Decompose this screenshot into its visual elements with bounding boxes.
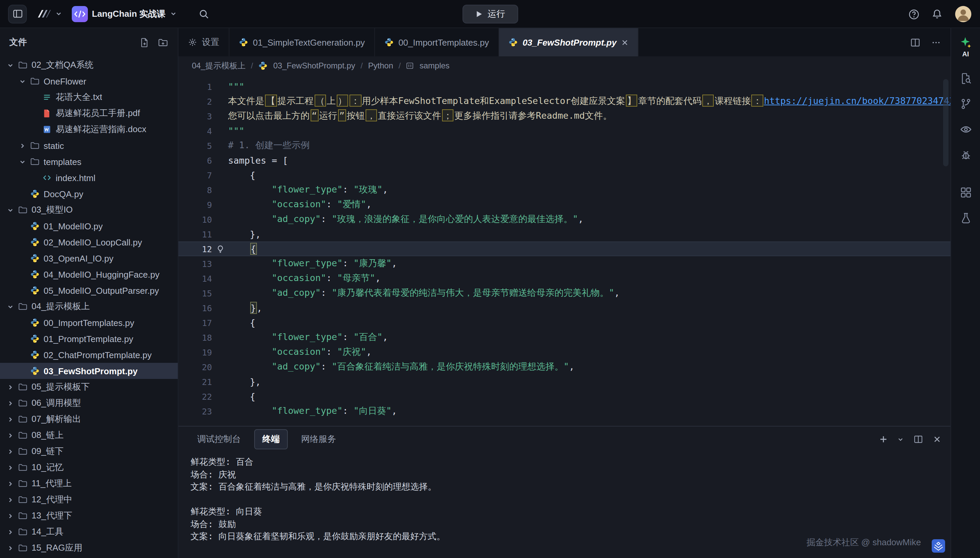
breadcrumb-item[interactable]: samples xyxy=(420,61,450,71)
juejin-badge-icon[interactable] xyxy=(932,539,945,553)
code-line[interactable]: 14 "occasion": "母亲节", xyxy=(179,271,950,286)
editor-tab[interactable]: 03_FewShotPrompt.py xyxy=(499,28,639,56)
breadcrumb-item[interactable]: 03_FewShotPrompt.py xyxy=(273,61,355,71)
code-line[interactable]: 3您可以点击最上方的“运行”按钮，直接运行该文件；更多操作指引请参考Readme… xyxy=(179,109,950,123)
tree-item[interactable]: 01_ModelIO.py xyxy=(0,218,178,234)
breadcrumb-item[interactable]: Python xyxy=(368,61,393,71)
search-icon[interactable] xyxy=(199,8,209,19)
debug-bug-icon[interactable] xyxy=(960,149,972,161)
code-line[interactable]: 5# 1. 创建一些示例 xyxy=(179,138,950,153)
editor-tab[interactable]: 00_ImportTemplates.py xyxy=(375,28,499,56)
new-file-icon[interactable] xyxy=(140,37,149,47)
tree-item[interactable]: 07_解析输出 xyxy=(0,411,178,427)
code-line[interactable]: 20 "ad_copy": "百合象征着纯洁与高雅，是你庆祝特殊时刻的理想选择。… xyxy=(179,359,950,374)
editor-tab[interactable]: 设置 xyxy=(179,28,230,56)
terminal-dropdown-caret-icon[interactable] xyxy=(898,436,903,442)
code-line[interactable]: 23 "flower_type": "向日葵", xyxy=(179,404,950,419)
preview-eye-icon[interactable] xyxy=(960,123,972,136)
close-icon[interactable] xyxy=(621,39,629,46)
tree-item[interactable]: 易速鲜花运营指南.docx xyxy=(0,121,178,138)
tests-flask-icon[interactable] xyxy=(960,212,972,224)
code-line[interactable]: 22 { xyxy=(179,389,950,404)
tree-item[interactable]: 15_RAG应用 xyxy=(0,540,178,556)
code-line[interactable]: 15 "ad_copy": "康乃馨代表着母爱的纯洁与伟大，是母亲节赠送给母亲的… xyxy=(179,286,950,300)
tree-item[interactable]: 03_模型IO xyxy=(0,202,178,218)
brand-menu[interactable] xyxy=(36,8,62,20)
sidebar-toggle-button[interactable] xyxy=(8,4,27,23)
breadcrumb-item[interactable]: 04_提示模板上 xyxy=(192,60,246,71)
code-text: "occasion": "母亲节", xyxy=(228,272,381,284)
tree-item[interactable]: 02_ModelIO_LoopCall.py xyxy=(0,234,178,250)
tree-item[interactable]: 02_文档QA系统 xyxy=(0,57,178,73)
tree-item[interactable]: 易速鲜花员工手册.pdf xyxy=(0,105,178,121)
file-search-icon[interactable] xyxy=(960,72,972,84)
tree-item[interactable]: 13_代理下 xyxy=(0,508,178,524)
panel-tab[interactable]: 终端 xyxy=(254,429,288,449)
split-panel-icon[interactable] xyxy=(914,435,923,444)
code-line[interactable]: 4""" xyxy=(179,123,950,138)
tree-item[interactable]: 14_工具 xyxy=(0,524,178,540)
quick-fix-lightbulb-icon[interactable] xyxy=(216,245,224,253)
code-line[interactable]: 16 }, xyxy=(179,300,950,315)
code-line[interactable]: 17 { xyxy=(179,315,950,330)
code-line[interactable]: 10 "ad_copy": "玫瑰，浪漫的象征，是你向心爱的人表达爱意的最佳选择… xyxy=(179,212,950,227)
code-line[interactable]: 12 { xyxy=(179,241,950,256)
code-line[interactable]: 19 "occasion": "庆祝", xyxy=(179,345,950,359)
tree-item[interactable]: templates xyxy=(0,154,178,170)
tree-item[interactable]: static xyxy=(0,138,178,154)
editor-scrollbar[interactable] xyxy=(943,79,949,166)
panel-tab[interactable]: 网络服务 xyxy=(293,429,344,449)
code-line[interactable]: 8 "flower_type": "玫瑰", xyxy=(179,182,950,197)
ai-assistant-button[interactable]: AI xyxy=(959,36,972,57)
tree-item[interactable]: 02_ChatPromptTemplate.py xyxy=(0,347,178,363)
panel-tab[interactable]: 调试控制台 xyxy=(189,429,249,449)
tree-item[interactable]: 04_提示模板上 xyxy=(0,299,178,315)
line-number: 1 xyxy=(179,82,212,92)
source-control-branch-icon[interactable] xyxy=(960,98,972,110)
tree-item[interactable]: 03_OpenAI_IO.py xyxy=(0,250,178,266)
terminal-output[interactable]: 鲜花类型: 百合场合: 庆祝文案: 百合象征着纯洁与高雅，是你庆祝特殊时刻的理想… xyxy=(179,452,950,543)
run-button[interactable]: 运行 xyxy=(462,5,518,23)
tree-item[interactable]: 12_代理中 xyxy=(0,492,178,508)
new-terminal-plus-icon[interactable] xyxy=(879,435,887,443)
code-line[interactable]: 13 "flower_type": "康乃馨", xyxy=(179,256,950,271)
tree-item[interactable]: 03_FewShotPrompt.py xyxy=(0,363,178,379)
workspace-menu[interactable]: LangChain 实战课 xyxy=(72,6,177,22)
extensions-grid-icon[interactable] xyxy=(960,186,972,199)
code-token: 更多操作指引请参考Readme.md文件。 xyxy=(455,110,612,121)
tree-item[interactable]: index.html xyxy=(0,170,178,186)
tree-item[interactable]: 11_代理上 xyxy=(0,476,178,492)
tree-item[interactable]: OneFlower xyxy=(0,73,178,89)
tree-item[interactable]: 00_ImportTemplates.py xyxy=(0,315,178,331)
code-text: }, xyxy=(228,302,262,313)
code-line[interactable]: 9 "occasion": "爱情", xyxy=(179,197,950,212)
notifications-bell-icon[interactable] xyxy=(932,9,942,20)
code-editor[interactable]: 1"""2本文件是【提示工程（上）：用少样本FewShotTemplate和Ex… xyxy=(179,75,950,426)
tree-item[interactable]: 05_ModelIO_OutputParser.py xyxy=(0,282,178,299)
tree-item[interactable]: 花语大全.txt xyxy=(0,89,178,105)
editor-tab[interactable]: 01_SimpleTextGeneration.py xyxy=(230,28,375,56)
tree-item[interactable]: 08_链上 xyxy=(0,427,178,443)
tree-item[interactable]: 09_链下 xyxy=(0,443,178,460)
code-line[interactable]: 6samples = [ xyxy=(179,153,950,168)
more-actions-icon[interactable] xyxy=(931,37,941,47)
tree-item[interactable]: 01_PromptTemplate.py xyxy=(0,331,178,347)
avatar[interactable] xyxy=(954,5,972,23)
close-panel-icon[interactable] xyxy=(933,435,941,443)
split-editor-icon[interactable] xyxy=(910,37,920,47)
new-folder-icon[interactable] xyxy=(158,37,168,47)
tree-item[interactable]: 10_记忆 xyxy=(0,460,178,476)
tree-item[interactable]: 05_提示模板下 xyxy=(0,379,178,395)
code-line[interactable]: 7 { xyxy=(179,168,950,182)
py-icon xyxy=(30,238,39,247)
code-line[interactable]: 11 }, xyxy=(179,227,950,241)
tree-item[interactable]: 04_ModelIO_HuggingFace.py xyxy=(0,266,178,282)
code-token: { xyxy=(228,317,255,328)
tree-item[interactable]: 06_调用模型 xyxy=(0,395,178,411)
code-line[interactable]: 1""" xyxy=(179,79,950,94)
code-line[interactable]: 21 }, xyxy=(179,374,950,389)
tree-item[interactable]: DocQA.py xyxy=(0,186,178,202)
help-icon[interactable] xyxy=(908,8,919,20)
code-line[interactable]: 18 "flower_type": "百合", xyxy=(179,330,950,345)
code-line[interactable]: 2本文件是【提示工程（上）：用少样本FewShotTemplate和Exampl… xyxy=(179,94,950,109)
